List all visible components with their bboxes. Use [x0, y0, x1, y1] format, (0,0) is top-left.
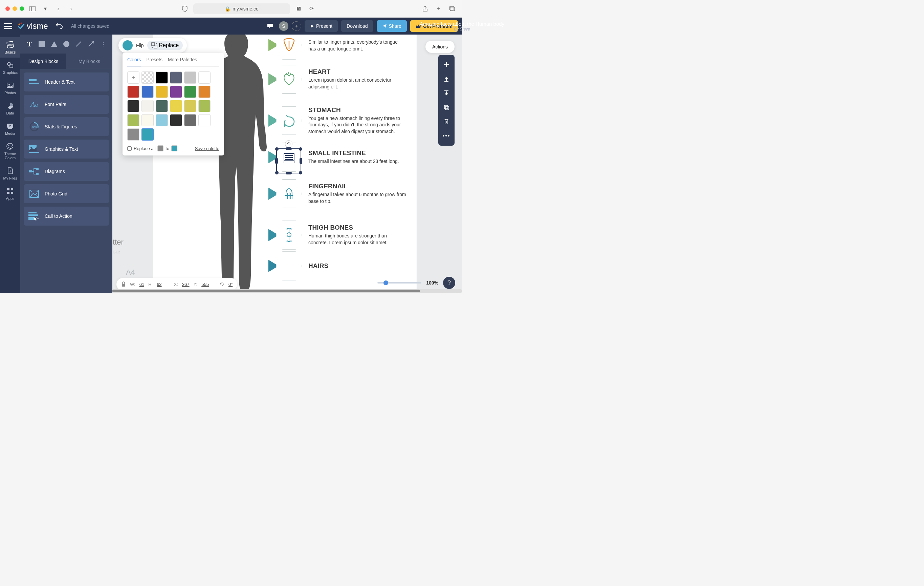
actions-button[interactable]: Actions [426, 41, 455, 53]
block-font-pairs[interactable]: Aa Font Pairs [24, 95, 109, 114]
zoom-value[interactable]: 100% [426, 280, 438, 286]
tab-my-blocks[interactable]: My Blocks [66, 53, 112, 69]
send-backward-icon[interactable] [440, 86, 453, 100]
maximize-window-icon[interactable] [20, 7, 24, 11]
user-avatar[interactable]: S [279, 22, 289, 31]
body-item-stomach[interactable]: STOMACHYou get a new stomach lining ever… [268, 100, 406, 141]
color-swatch[interactable] [184, 100, 196, 112]
lock-icon[interactable] [121, 281, 126, 287]
color-swatch[interactable] [184, 114, 196, 126]
replace-all-checkbox[interactable] [127, 146, 132, 151]
resize-handle-tr[interactable] [299, 147, 302, 151]
menu-icon[interactable] [4, 23, 12, 29]
line-tool[interactable] [74, 38, 83, 50]
selection-box[interactable] [276, 148, 301, 174]
rotate-handle[interactable] [285, 140, 292, 148]
close-window-icon[interactable] [5, 7, 10, 11]
square-tool[interactable] [37, 38, 46, 50]
back-icon[interactable]: ‹ [54, 4, 63, 13]
body-item-thigh[interactable]: THIGH BONESHuman thigh bones are stronge… [268, 214, 406, 256]
color-chip[interactable] [122, 40, 133, 50]
color-swatch[interactable] [198, 100, 211, 112]
tabs-icon[interactable] [448, 4, 457, 13]
color-swatch[interactable] [156, 114, 168, 126]
url-bar[interactable]: 🔒 my.visme.co [193, 3, 290, 14]
color-swatch[interactable] [127, 86, 139, 98]
help-button[interactable]: ? [443, 277, 455, 289]
block-diagrams[interactable]: Diagrams [24, 162, 109, 181]
canvas-area[interactable]: tter GE2 A4 Similar to finger prints, ev… [112, 35, 462, 293]
color-swatch[interactable] [184, 71, 196, 84]
block-graphics-text[interactable]: Graphics & Text [24, 139, 109, 159]
color-swatch[interactable] [170, 71, 182, 84]
bring-forward-icon[interactable] [440, 72, 453, 86]
color-swatch[interactable] [142, 114, 153, 126]
x-value[interactable]: 367 [182, 282, 190, 287]
color-swatch[interactable] [156, 86, 168, 98]
comment-icon[interactable] [265, 21, 276, 31]
sidebar-toggle-icon[interactable] [28, 4, 37, 13]
scrollbar-thumb[interactable] [112, 290, 420, 292]
resize-handle-bl[interactable] [275, 171, 279, 174]
block-call-to-action[interactable]: Call to Action [24, 207, 109, 225]
w-value[interactable]: 61 [139, 282, 144, 287]
color-swatch[interactable] [142, 100, 153, 112]
palette-tab-colors[interactable]: Colors [127, 57, 141, 66]
delete-icon[interactable] [440, 114, 453, 129]
resize-handle-rm[interactable] [300, 158, 302, 164]
rail-photos[interactable]: Photos [0, 78, 20, 98]
save-palette-link[interactable]: Save palette [195, 146, 219, 151]
rotation-value[interactable]: 0° [228, 282, 233, 287]
forward-icon[interactable]: › [67, 4, 76, 13]
more-tools-icon[interactable]: ⋮ [99, 38, 107, 50]
y-value[interactable]: 555 [201, 282, 209, 287]
doc-title[interactable]: Amazing facts about the Human body [420, 21, 462, 27]
rail-graphics[interactable]: Graphics [0, 58, 20, 78]
triangle-tool[interactable] [50, 38, 59, 50]
circle-tool[interactable] [62, 38, 71, 50]
palette-tab-presets[interactable]: Presets [146, 57, 162, 66]
color-swatch[interactable] [156, 71, 168, 84]
block-photo-grid[interactable]: Photo Grid [24, 184, 109, 203]
color-swatch[interactable] [198, 114, 211, 126]
logo[interactable]: visme [18, 22, 48, 31]
resize-handle-lm[interactable] [275, 158, 278, 164]
horizontal-scrollbar[interactable] [112, 289, 462, 293]
tab-design-blocks[interactable]: Design Blocks [20, 53, 66, 69]
color-swatch[interactable] [127, 114, 139, 126]
color-swatch[interactable] [127, 100, 139, 112]
resize-handle-bm[interactable] [285, 172, 292, 174]
rail-data[interactable]: Data [0, 98, 20, 119]
resize-handle-br[interactable] [299, 171, 302, 174]
duplicate-icon[interactable] [440, 100, 453, 114]
color-swatch[interactable] [184, 86, 196, 98]
share-icon[interactable] [421, 4, 429, 13]
new-tab-icon[interactable]: ＋ [434, 4, 443, 13]
rail-media[interactable]: Media [0, 119, 20, 139]
rail-theme-colors[interactable]: Theme Colors [0, 139, 20, 163]
color-swatch[interactable]: + [127, 71, 139, 84]
replace-from-swatch[interactable] [157, 145, 163, 151]
color-swatch[interactable] [170, 86, 182, 98]
block-stats-figures[interactable]: 40% Stats & Figures [24, 117, 109, 136]
replace-button[interactable]: Replace [147, 41, 183, 50]
present-button[interactable]: Present [305, 20, 338, 32]
body-item-heart[interactable]: HEARTLorem ipsum dolor sit amet consecte… [268, 59, 406, 100]
resize-handle-tm[interactable] [285, 147, 292, 150]
color-swatch[interactable] [156, 100, 168, 112]
shield-icon[interactable] [180, 4, 189, 13]
color-swatch[interactable] [142, 86, 153, 98]
zoom-thumb[interactable] [383, 280, 388, 285]
color-swatch[interactable] [198, 71, 211, 84]
body-item-fingernail[interactable]: FINGERNAILA fingernail takes about 6 mon… [268, 173, 406, 214]
resize-handle-tl[interactable] [275, 147, 279, 151]
block-header-text[interactable]: Header & Text [24, 73, 109, 91]
zoom-slider[interactable] [377, 282, 421, 283]
text-tool[interactable]: T [25, 38, 34, 50]
reload-icon[interactable]: ⟳ [307, 4, 316, 13]
more-icon[interactable]: ••• [440, 129, 453, 143]
color-swatch[interactable] [198, 86, 211, 98]
translate-icon[interactable]: 🅰 [294, 4, 303, 13]
color-swatch[interactable] [142, 71, 153, 84]
color-swatch[interactable] [170, 100, 182, 112]
